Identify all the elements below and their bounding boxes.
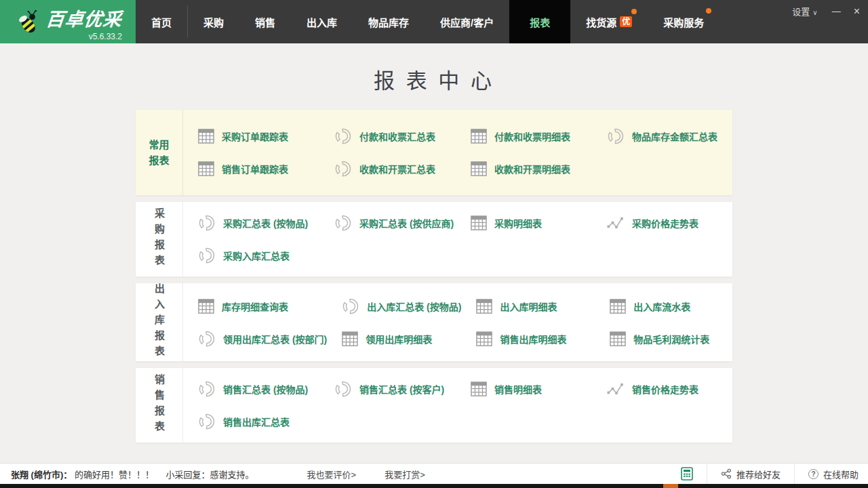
reward-link[interactable]: 我要打赏> <box>384 468 425 481</box>
promo-badge: 优 <box>620 16 632 27</box>
pie-chart-icon <box>198 247 216 264</box>
table-icon <box>198 299 214 314</box>
report-item[interactable]: 采购明细表 <box>456 214 592 232</box>
report-item[interactable]: 采购订单跟踪表 <box>183 127 319 145</box>
report-grid: 库存明细查询表 出入库汇总表 (按物品) 出入库明细表 出入库流水表 领用出库汇… <box>183 283 732 361</box>
report-item[interactable]: 物品库存金额汇总表 <box>592 127 728 145</box>
brand-name: 百卓优采 <box>45 5 123 31</box>
table-icon <box>471 382 487 396</box>
table-icon <box>342 331 358 346</box>
divider <box>707 464 707 484</box>
report-item[interactable]: 出入库流水表 <box>595 298 728 315</box>
report-item[interactable]: 销售汇总表 (按物品) <box>183 380 319 398</box>
status-bar: 张翔 (绵竹市)： 的确好用！赞！！！ 小采回复：感谢支持。 我也要评价> 我要… <box>0 463 868 484</box>
report-grid: 采购订单跟踪表 付款和收票汇总表 付款和收票明细表 物品库存金额汇总表 销售订单… <box>183 110 732 195</box>
report-item[interactable]: 采购价格走势表 <box>592 214 728 232</box>
pie-chart-icon <box>342 298 359 315</box>
footer-tools: 推荐给好友 ? 在线帮助 <box>681 464 868 484</box>
report-item[interactable]: 采购汇总表 (按物品) <box>183 214 319 232</box>
review-text: 的确好用！赞！！！ <box>75 470 154 480</box>
table-icon <box>198 161 214 176</box>
app-window: 百卓优采 v5.6.33.2 首页 采购 销售 出入库 物品库存 供应商/客户 … <box>0 0 868 488</box>
report-item[interactable]: 采购入库汇总表 <box>183 247 319 264</box>
share-icon <box>721 468 732 479</box>
nav-find-source-label: 找货源 <box>586 15 616 29</box>
table-icon <box>610 331 626 346</box>
section-label-purchase: 采购报表 <box>136 202 183 277</box>
reply-text: 小采回复：感谢支持。 <box>166 470 254 480</box>
report-grid: 销售汇总表 (按物品) 销售汇总表 (按客户) 销售明细表 销售价格走势表 销售… <box>183 368 732 443</box>
line-chart-icon <box>607 216 625 230</box>
settings-button[interactable]: 设置∨ <box>792 5 817 18</box>
section-purchase-reports: 采购报表 采购汇总表 (按物品) 采购汇总表 (按供应商) 采购明细表 采购价格… <box>136 202 732 277</box>
nav-procurement-services[interactable]: 采购服务 <box>648 0 719 43</box>
nav-sales[interactable]: 销售 <box>239 0 291 43</box>
pie-chart-icon <box>334 160 352 178</box>
table-icon <box>476 331 492 346</box>
brand-logo[interactable]: 百卓优采 v5.6.33.2 <box>0 0 136 43</box>
bee-logo-icon <box>14 9 42 37</box>
report-item[interactable]: 领用出库汇总表 (按部门) <box>183 330 327 348</box>
nav-in-out-warehouse[interactable]: 出入库 <box>291 0 353 43</box>
report-item[interactable]: 付款和收票汇总表 <box>319 127 456 145</box>
report-item[interactable]: 销售出库明细表 <box>461 330 595 348</box>
pie-chart-icon <box>198 330 216 348</box>
nav-reports[interactable]: 报表 <box>509 0 570 43</box>
nav-purchase[interactable]: 采购 <box>188 0 239 43</box>
pie-chart-icon <box>198 413 216 430</box>
notification-dot <box>706 8 711 14</box>
pie-chart-icon <box>198 214 216 232</box>
write-review-link[interactable]: 我也要评价> <box>307 468 357 481</box>
section-label: 出入库报表 <box>152 283 166 361</box>
report-item[interactable]: 销售出库汇总表 <box>183 413 319 430</box>
report-item[interactable]: 付款和收票明细表 <box>456 127 592 145</box>
question-icon: ? <box>808 469 818 479</box>
notification-dot <box>631 9 637 14</box>
pie-chart-icon <box>334 380 352 398</box>
section-label-sales: 销售报表 <box>136 368 183 443</box>
section-label-line: 报表 <box>149 152 169 168</box>
online-help-button[interactable]: ? 在线帮助 <box>808 468 859 481</box>
user-review: 张翔 (绵竹市)： 的确好用！赞！！！ 小采回复：感谢支持。 <box>0 468 254 481</box>
report-center-page: 报 表 中 心 常用 报表 采购订单跟踪表 付款和收票汇总表 付款和收票明细表 … <box>0 43 868 463</box>
report-item[interactable]: 物品毛利润统计表 <box>595 330 728 348</box>
recommend-label: 推荐给好友 <box>736 468 781 481</box>
table-icon <box>198 129 214 144</box>
report-item[interactable]: 销售汇总表 (按客户) <box>319 380 456 398</box>
nav-find-source[interactable]: 找货源 优 <box>570 0 648 43</box>
minimize-button[interactable]: — <box>832 6 840 16</box>
report-item[interactable]: 出入库汇总表 (按物品) <box>327 298 461 315</box>
close-button[interactable]: × <box>854 5 860 18</box>
page-title: 报 表 中 心 <box>0 64 868 94</box>
report-item[interactable]: 领用出库明细表 <box>327 330 461 348</box>
help-label: 在线帮助 <box>823 468 859 481</box>
section-label-common: 常用 报表 <box>136 110 183 195</box>
recommend-button[interactable]: 推荐给好友 <box>721 468 781 481</box>
bottom-edge-accent <box>663 484 678 488</box>
section-label-line: 常用 <box>149 137 169 152</box>
bottom-edge <box>0 484 868 488</box>
report-item[interactable]: 出入库明细表 <box>461 298 595 315</box>
report-item[interactable]: 销售订单跟踪表 <box>183 160 319 178</box>
section-label: 销售报表 <box>152 374 166 436</box>
nav-home[interactable]: 首页 <box>136 0 187 43</box>
report-item[interactable]: 销售价格走势表 <box>592 380 728 398</box>
line-chart-icon <box>607 382 625 396</box>
section-warehouse-reports: 出入库报表 库存明细查询表 出入库汇总表 (按物品) 出入库明细表 出入库流水表… <box>136 283 732 361</box>
calculator-icon[interactable] <box>681 467 693 481</box>
divider <box>794 464 795 484</box>
table-icon <box>610 299 626 314</box>
report-item[interactable]: 收款和开票明细表 <box>456 160 592 178</box>
report-item[interactable]: 销售明细表 <box>456 380 592 398</box>
pie-chart-icon <box>198 380 216 398</box>
pie-chart-icon <box>334 127 352 145</box>
report-item[interactable]: 库存明细查询表 <box>183 298 327 315</box>
report-item[interactable]: 采购汇总表 (按供应商) <box>319 214 456 232</box>
section-common-reports: 常用 报表 采购订单跟踪表 付款和收票汇总表 付款和收票明细表 物品库存金额汇总… <box>136 110 732 195</box>
table-icon <box>471 161 487 176</box>
nav-supplier-customer[interactable]: 供应商/客户 <box>425 0 509 43</box>
section-label: 采购报表 <box>152 208 166 270</box>
report-item[interactable]: 收款和开票汇总表 <box>319 160 456 178</box>
report-grid: 采购汇总表 (按物品) 采购汇总表 (按供应商) 采购明细表 采购价格走势表 采… <box>183 202 732 277</box>
nav-inventory[interactable]: 物品库存 <box>353 0 425 43</box>
